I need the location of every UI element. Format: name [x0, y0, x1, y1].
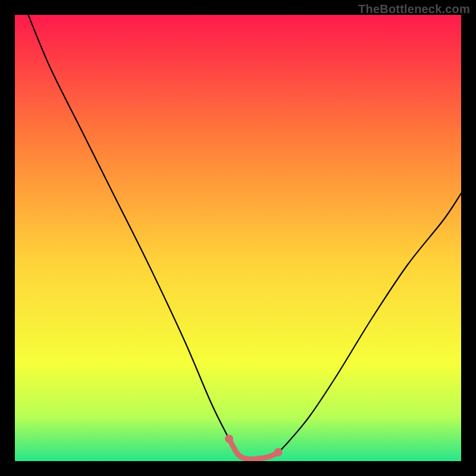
gradient-background	[15, 15, 461, 461]
optimal-range-end-marker	[274, 448, 283, 456]
watermark-text: TheBottleneck.com	[358, 2, 470, 16]
chart-frame: TheBottleneck.com	[0, 0, 476, 476]
optimal-range-start-marker	[225, 435, 233, 443]
chart-svg	[15, 15, 461, 461]
plot-area	[15, 15, 461, 461]
